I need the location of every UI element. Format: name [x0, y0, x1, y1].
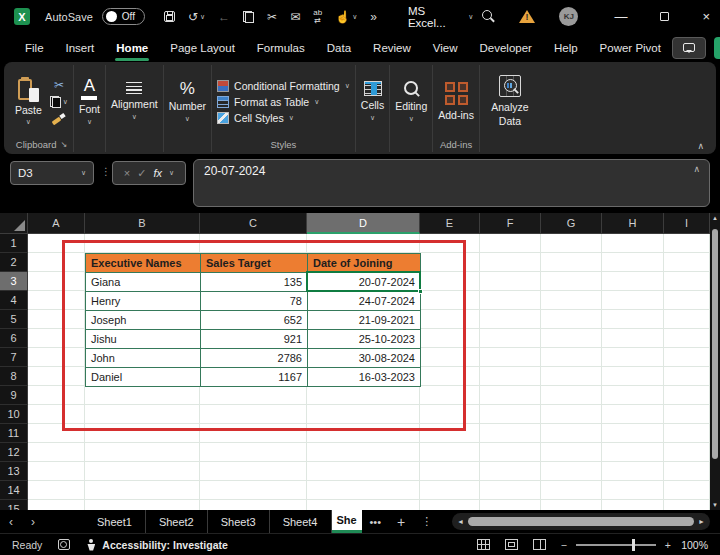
grid-cell[interactable] — [85, 386, 200, 405]
grid-cell[interactable] — [420, 291, 480, 310]
accessibility-status[interactable]: Accessibility: Investigate — [86, 539, 227, 551]
grid-cell[interactable] — [541, 481, 602, 500]
format-painter-button[interactable] — [52, 113, 65, 125]
grid-cell[interactable] — [200, 386, 307, 405]
grid-cell[interactable] — [28, 386, 85, 405]
grid-cell[interactable] — [541, 386, 602, 405]
grid-cell[interactable] — [307, 500, 420, 510]
grid-cell[interactable] — [541, 291, 602, 310]
grid-cell[interactable] — [480, 272, 541, 291]
grid-cell[interactable] — [664, 481, 710, 500]
grid-cell[interactable] — [420, 424, 480, 443]
alignment-group[interactable]: Alignment ∨ — [106, 65, 164, 152]
page-break-view-button[interactable] — [533, 539, 546, 550]
grid-cell[interactable] — [85, 234, 200, 253]
grid-cell[interactable] — [664, 348, 710, 367]
row-header-3[interactable]: 3 — [0, 272, 28, 291]
cut-ribbon-button[interactable]: ✂ — [54, 79, 64, 91]
row-header-12[interactable]: 12 — [0, 443, 28, 462]
tab-power-pivot[interactable]: Power Pivot — [589, 37, 672, 59]
grid-cell[interactable] — [602, 367, 664, 386]
grid-cell[interactable] — [28, 443, 85, 462]
zoom-out-button[interactable]: − — [561, 539, 567, 551]
table-header-cell[interactable]: Executive Names — [86, 254, 201, 273]
scroll-down-icon[interactable]: ▼ — [710, 502, 720, 508]
column-header-d[interactable]: D — [307, 213, 420, 234]
scroll-up-icon[interactable]: ▲ — [710, 215, 720, 221]
table-cell[interactable]: Daniel — [86, 368, 201, 387]
zoom-slider-thumb[interactable] — [632, 539, 635, 551]
conditional-formatting-button[interactable]: Conditional Formatting ∨ — [217, 80, 350, 92]
add-sheet-button[interactable]: + — [389, 514, 413, 530]
grid-cell[interactable] — [541, 405, 602, 424]
grid-cell[interactable] — [664, 329, 710, 348]
grid-cell[interactable] — [541, 348, 602, 367]
format-as-table-button[interactable]: Format as Table ∨ — [217, 96, 319, 108]
grid-cell[interactable] — [420, 310, 480, 329]
number-group[interactable]: % Number ∨ — [164, 65, 212, 152]
row-header-13[interactable]: 13 — [0, 462, 28, 481]
grid-cell[interactable] — [480, 367, 541, 386]
minimize-button[interactable]: — — [614, 10, 627, 23]
column-header-b[interactable]: B — [85, 213, 200, 234]
scroll-right-icon[interactable]: ► — [698, 518, 705, 525]
grid-cell[interactable] — [28, 253, 85, 272]
tab-review[interactable]: Review — [362, 37, 422, 59]
grid-cell[interactable] — [602, 348, 664, 367]
grid-cell[interactable] — [602, 481, 664, 500]
grid-cell[interactable] — [28, 348, 85, 367]
grid-cell[interactable] — [541, 367, 602, 386]
table-cell[interactable]: 16-03-2023 — [308, 368, 421, 387]
grid-cell[interactable] — [420, 272, 480, 291]
grid-cell[interactable] — [28, 291, 85, 310]
tab-data[interactable]: Data — [316, 37, 362, 59]
grid-cell[interactable] — [480, 405, 541, 424]
collapse-formula-bar-button[interactable]: ∧ — [693, 164, 700, 174]
grid-cell[interactable] — [420, 462, 480, 481]
grid-cell[interactable] — [480, 424, 541, 443]
grid-cell[interactable] — [480, 329, 541, 348]
grid-cell[interactable] — [85, 405, 200, 424]
collapse-ribbon-button[interactable]: ∧ — [697, 141, 704, 151]
grid-cell[interactable] — [480, 500, 541, 510]
grid-cell[interactable] — [602, 310, 664, 329]
column-header-g[interactable]: G — [541, 213, 602, 234]
copy-button[interactable] — [243, 11, 254, 23]
column-header-i[interactable]: I — [664, 213, 710, 234]
grid-cell[interactable] — [28, 481, 85, 500]
zoom-level[interactable]: 100% — [680, 539, 708, 551]
tab-home[interactable]: Home — [105, 37, 159, 59]
table-cell[interactable]: 24-07-2024 — [308, 292, 421, 311]
grid-cell[interactable] — [28, 329, 85, 348]
sheet-tab-active[interactable]: She — [332, 510, 362, 533]
row-header-14[interactable]: 14 — [0, 481, 28, 500]
cells-group[interactable]: Cells ∨ — [356, 65, 390, 152]
cut-button[interactable]: ✂ — [267, 11, 277, 23]
grid-cell[interactable] — [420, 386, 480, 405]
table-cell[interactable]: John — [86, 349, 201, 368]
table-cell[interactable]: 25-10-2023 — [308, 330, 421, 349]
grid-cell[interactable] — [420, 481, 480, 500]
row-header-2[interactable]: 2 — [0, 253, 28, 272]
row-header-9[interactable]: 9 — [0, 386, 28, 405]
more-sheets-button[interactable]: ••• — [362, 516, 390, 528]
comments-button[interactable] — [672, 37, 706, 59]
column-header-c[interactable]: C — [200, 213, 307, 234]
grid-cell[interactable] — [85, 481, 200, 500]
grid-cell[interactable] — [85, 443, 200, 462]
grid-cell[interactable] — [664, 500, 710, 510]
name-box[interactable]: D3 ∨ — [10, 161, 94, 185]
next-sheet-button[interactable]: › — [22, 515, 44, 529]
grid-cell[interactable] — [420, 253, 480, 272]
dialog-launcher-icon[interactable]: ↘ — [60, 140, 67, 149]
column-header-h[interactable]: H — [602, 213, 664, 234]
grid-cell[interactable] — [480, 386, 541, 405]
table-cell[interactable]: Henry — [86, 292, 201, 311]
grid-cell[interactable] — [200, 462, 307, 481]
normal-view-button[interactable] — [477, 539, 490, 550]
grid-cell[interactable] — [541, 462, 602, 481]
tab-page-layout[interactable]: Page Layout — [159, 37, 246, 59]
grid-cell[interactable] — [480, 291, 541, 310]
grid-cell[interactable] — [307, 386, 420, 405]
grid-cell[interactable] — [664, 253, 710, 272]
